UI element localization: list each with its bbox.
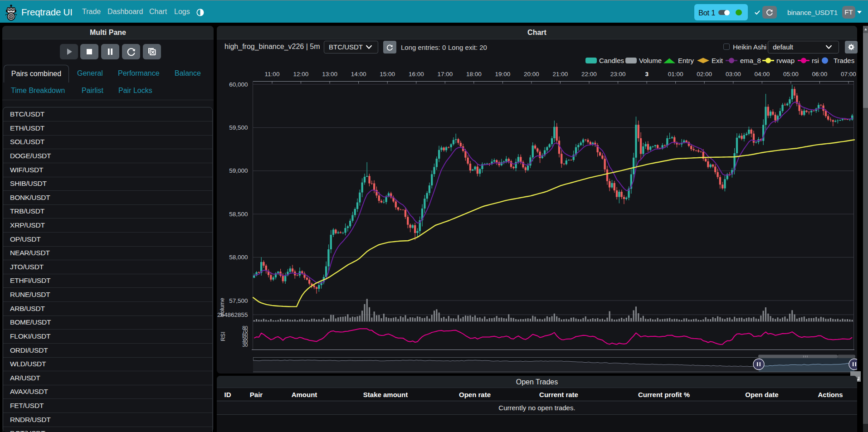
svg-text:03:00: 03:00 bbox=[726, 71, 741, 78]
svg-text:15:00: 15:00 bbox=[380, 71, 395, 78]
svg-text:30: 30 bbox=[242, 342, 248, 348]
svg-text:11:00: 11:00 bbox=[265, 71, 280, 78]
svg-text:3: 3 bbox=[645, 71, 649, 78]
svg-text:22:00: 22:00 bbox=[581, 71, 597, 78]
svg-text:60,000: 60,000 bbox=[229, 81, 248, 88]
svg-text:20:00: 20:00 bbox=[524, 71, 539, 78]
svg-text:07:00: 07:00 bbox=[841, 71, 856, 78]
svg-text:23:00: 23:00 bbox=[610, 71, 626, 78]
svg-text:18:00: 18:00 bbox=[466, 71, 482, 78]
svg-text:02:00: 02:00 bbox=[697, 71, 712, 78]
svg-text:13:00: 13:00 bbox=[322, 71, 337, 78]
svg-text:17:00: 17:00 bbox=[437, 71, 453, 78]
svg-text:Volume: Volume bbox=[219, 298, 225, 317]
svg-text:06:00: 06:00 bbox=[812, 71, 828, 78]
svg-text:05:00: 05:00 bbox=[783, 71, 799, 78]
svg-text:59,000: 59,000 bbox=[229, 167, 248, 174]
svg-text:57,500: 57,500 bbox=[229, 297, 248, 304]
svg-text:01:00: 01:00 bbox=[668, 71, 683, 78]
svg-text:12:00: 12:00 bbox=[293, 71, 309, 78]
svg-text:21:00: 21:00 bbox=[553, 71, 568, 78]
svg-text:RSI: RSI bbox=[220, 332, 226, 341]
svg-text:58,000: 58,000 bbox=[229, 254, 248, 261]
svg-text:58,500: 58,500 bbox=[229, 211, 248, 218]
svg-text:59,500: 59,500 bbox=[229, 124, 248, 131]
svg-text:16:00: 16:00 bbox=[409, 71, 424, 78]
svg-text:19:00: 19:00 bbox=[495, 71, 511, 78]
svg-text:04:00: 04:00 bbox=[754, 71, 770, 78]
svg-text:14:00: 14:00 bbox=[351, 71, 366, 78]
